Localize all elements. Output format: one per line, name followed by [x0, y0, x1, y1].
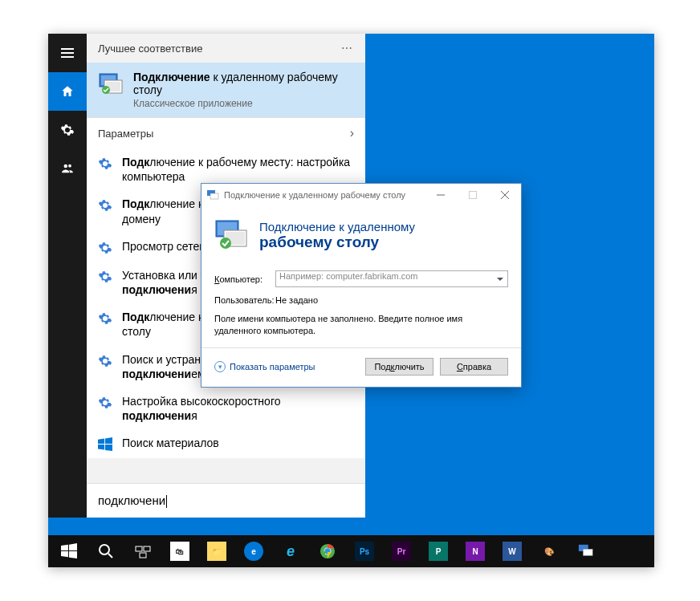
- people-icon: [60, 161, 75, 176]
- ie-app[interactable]: e: [273, 535, 308, 567]
- result-icon: [98, 198, 112, 213]
- rdp-hint: Поле имени компьютера не заполнено. Введ…: [214, 313, 508, 338]
- computer-label: Компьютер:: [214, 274, 275, 284]
- rdp-taskbar-icon: [578, 543, 594, 559]
- ie-icon: e: [281, 542, 300, 561]
- rdp-header-icon: [214, 217, 250, 253]
- paint-app[interactable]: 🎨: [531, 535, 567, 567]
- result-label: Подключение к рабочему месту: настройка …: [122, 155, 354, 184]
- svg-rect-15: [144, 546, 150, 551]
- windows-icon: [61, 543, 77, 559]
- chrome-icon: [319, 543, 336, 559]
- store-icon: 🛍: [170, 542, 189, 561]
- gear-icon: [60, 123, 75, 137]
- svg-point-13: [100, 545, 109, 554]
- onenote-app[interactable]: N: [458, 535, 493, 567]
- home-button[interactable]: [48, 72, 87, 111]
- result-icon: [98, 270, 112, 284]
- publisher-app[interactable]: P: [421, 535, 456, 567]
- rdp-footer: ▾ Показать параметры Подключить Справка: [201, 347, 521, 387]
- word-app[interactable]: W: [494, 535, 530, 567]
- word-icon: W: [503, 542, 522, 561]
- expand-icon: ▾: [214, 361, 226, 372]
- result-icon: [98, 311, 112, 326]
- rdp-body: Компьютер: Например: computer.fabrikam.c…: [201, 267, 521, 347]
- taskview-button[interactable]: [125, 535, 161, 567]
- close-icon: [501, 191, 509, 199]
- rdp-header-title: Подключение к удаленному рабочему столу: [259, 220, 415, 251]
- menu-button[interactable]: [48, 34, 87, 72]
- help-button[interactable]: Справка: [440, 358, 508, 376]
- best-match-title: Подключение к удаленному рабочему столу: [133, 71, 354, 96]
- pr-icon: Pr: [392, 542, 411, 561]
- premiere-app[interactable]: Pr: [384, 535, 419, 567]
- result-label: Поиск материалов: [122, 436, 219, 450]
- more-options[interactable]: ⋯: [341, 42, 354, 55]
- show-params-label: Показать параметры: [230, 362, 315, 372]
- maximize-button[interactable]: [457, 184, 489, 206]
- user-label: Пользователь:: [214, 295, 275, 305]
- rdp-header: Подключение к удаленному рабочему столу: [201, 206, 521, 267]
- minimize-button[interactable]: [425, 184, 457, 206]
- edge-app[interactable]: e: [236, 535, 271, 567]
- connect-button[interactable]: Подключить: [365, 358, 433, 376]
- taskbar: 🛍 📁 e e Ps Pr P N W 🎨: [48, 535, 654, 567]
- rdp-titlebar-icon: [206, 189, 219, 201]
- best-match-header: Лучшее соответствие ⋯: [87, 34, 365, 63]
- best-match-subtitle: Классическое приложение: [133, 98, 354, 109]
- svg-rect-14: [136, 546, 142, 551]
- search-result-7[interactable]: Поиск материалов: [87, 429, 365, 458]
- rdp-titlebar[interactable]: Подключение к удаленному рабочему столу: [201, 184, 521, 206]
- rdp-dialog: Подключение к удаленному рабочему столу: [201, 183, 522, 388]
- svg-rect-21: [583, 549, 592, 555]
- search-text: подключени: [98, 493, 165, 507]
- result-label: Настройка высокоскоростного подключения: [122, 394, 354, 423]
- svg-rect-7: [470, 192, 477, 199]
- result-icon: [98, 156, 112, 171]
- onenote-icon: N: [466, 542, 485, 561]
- rdp-taskbar-app[interactable]: [568, 535, 604, 567]
- ps-icon: Ps: [355, 542, 374, 561]
- best-match-item[interactable]: Подключение к удаленному рабочему столу …: [87, 63, 365, 117]
- start-sidebar: [48, 34, 87, 518]
- svg-rect-16: [140, 553, 146, 558]
- folder-icon: 📁: [207, 542, 226, 561]
- text-cursor: [166, 495, 167, 508]
- hamburger-icon: [61, 48, 74, 58]
- search-icon: [98, 543, 114, 559]
- taskview-icon: [135, 543, 151, 559]
- result-icon: [98, 241, 112, 255]
- section-parameters[interactable]: Параметры ›: [87, 117, 365, 148]
- minimize-icon: [437, 191, 445, 199]
- search-result-6[interactable]: Настройка высокоскоростного подключения: [87, 388, 365, 429]
- people-button[interactable]: [48, 149, 87, 188]
- edge-icon: e: [244, 542, 263, 561]
- chrome-app[interactable]: [310, 535, 345, 567]
- result-icon: [98, 396, 112, 410]
- result-icon: [98, 437, 112, 452]
- computer-combo[interactable]: Например: computer.fabrikam.com: [275, 270, 508, 287]
- paint-icon: 🎨: [539, 542, 559, 561]
- settings-button[interactable]: [48, 111, 87, 149]
- section-label: Параметры: [98, 128, 153, 140]
- store-app[interactable]: 🛍: [162, 535, 197, 567]
- result-icon: [98, 354, 112, 368]
- rdp-app-icon: [98, 71, 124, 96]
- close-button[interactable]: [489, 184, 521, 206]
- photoshop-app[interactable]: Ps: [347, 535, 382, 567]
- maximize-icon: [469, 191, 477, 199]
- search-input[interactable]: подключени: [87, 483, 365, 518]
- chevron-right-icon: ›: [350, 126, 354, 140]
- explorer-app[interactable]: 📁: [199, 535, 234, 567]
- rdp-titlebar-text: Подключение к удаленному рабочему столу: [224, 190, 425, 200]
- show-parameters-link[interactable]: ▾ Показать параметры: [214, 361, 359, 372]
- search-button[interactable]: [88, 535, 124, 567]
- home-icon: [60, 84, 75, 99]
- svg-point-12: [220, 238, 231, 249]
- best-match-label: Лучшее соответствие: [98, 43, 202, 55]
- pub-icon: P: [429, 542, 448, 561]
- svg-rect-6: [210, 193, 218, 199]
- start-button[interactable]: [51, 535, 87, 567]
- user-value: Не задано: [275, 295, 318, 305]
